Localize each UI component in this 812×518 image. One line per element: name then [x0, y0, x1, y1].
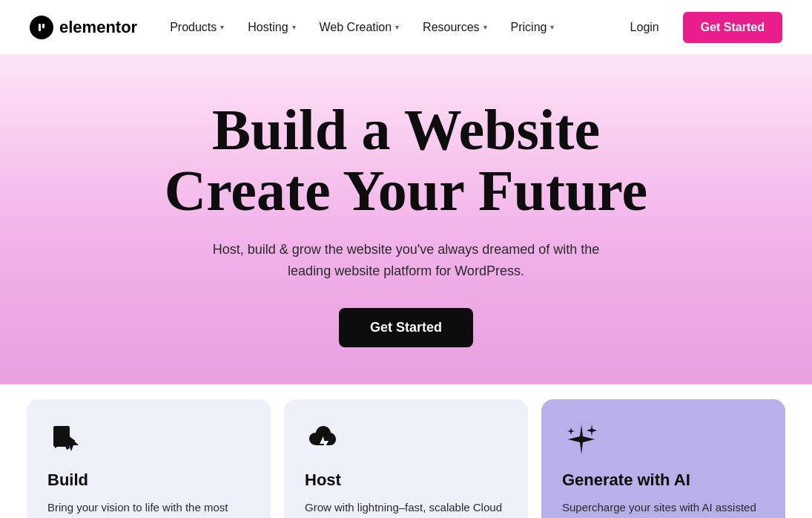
nav-item-web-creation[interactable]: Web Creation ▾ [309, 15, 410, 40]
card-host-title: Host [305, 471, 507, 490]
hero-section: Build a Website Create Your Future Host,… [0, 55, 812, 384]
svg-rect-1 [39, 24, 41, 31]
chevron-down-icon: ▾ [220, 23, 224, 31]
chevron-down-icon: ▾ [550, 23, 554, 31]
host-icon [305, 420, 343, 459]
logo[interactable]: elementor [30, 16, 137, 39]
nav-label-products: Products [170, 21, 217, 34]
logo-text: elementor [59, 18, 137, 37]
card-ai-desc: Supercharge your sites with AI assisted … [562, 499, 765, 518]
card-build-desc: Bring your vision to life with the most … [47, 499, 250, 518]
nav-item-pricing[interactable]: Pricing ▾ [501, 15, 565, 40]
nav-item-products[interactable]: Products ▾ [159, 15, 234, 40]
nav-label-resources: Resources [423, 21, 479, 34]
build-icon [47, 420, 86, 459]
ai-icon [562, 420, 601, 459]
chevron-down-icon: ▾ [483, 23, 487, 31]
nav-right: Login Get Started [618, 12, 782, 43]
card-ai: Generate with AI Supercharge your sites … [541, 399, 785, 518]
card-host: Host Grow with lightning–fast, scalable … [284, 399, 528, 518]
svg-rect-2 [42, 24, 44, 28]
chevron-down-icon: ▾ [292, 23, 296, 31]
navbar: elementor Products ▾ Hosting ▾ Web Creat… [0, 0, 812, 55]
card-build: Build Bring your vision to life with the… [27, 399, 271, 518]
chevron-down-icon: ▾ [395, 23, 399, 31]
svg-point-0 [34, 20, 49, 35]
get-started-nav-button[interactable]: Get Started [683, 12, 782, 43]
nav-links: Products ▾ Hosting ▾ Web Creation ▾ Reso… [159, 15, 618, 40]
get-started-hero-button[interactable]: Get Started [339, 308, 473, 347]
nav-label-hosting: Hosting [248, 21, 288, 34]
logo-icon [30, 16, 53, 39]
hero-subtitle: Host, build & grow the website you've al… [199, 239, 614, 282]
nav-item-resources[interactable]: Resources ▾ [412, 15, 497, 40]
nav-item-hosting[interactable]: Hosting ▾ [237, 15, 306, 40]
nav-label-pricing: Pricing [511, 21, 547, 34]
nav-label-web-creation: Web Creation [320, 21, 392, 34]
card-host-desc: Grow with lightning–fast, scalable Cloud… [305, 499, 507, 518]
card-build-title: Build [47, 471, 250, 490]
cards-section: Build Bring your vision to life with the… [0, 384, 812, 518]
card-ai-title: Generate with AI [562, 471, 765, 490]
hero-title: Build a Website Create Your Future [165, 99, 647, 221]
login-button[interactable]: Login [618, 15, 671, 40]
